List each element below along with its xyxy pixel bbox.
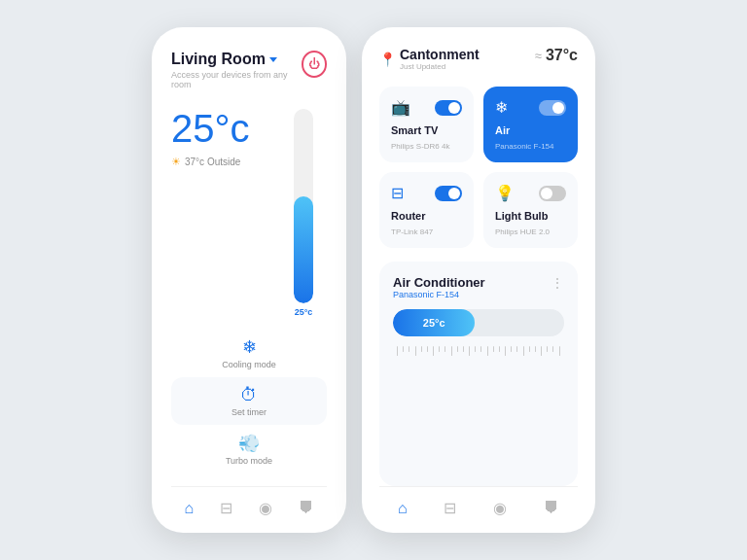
location-subtitle: Just Updated — [400, 62, 480, 71]
left-header: Living Room Access your devices from any… — [171, 51, 327, 89]
device-card-bulb[interactable]: 💡 Light Bulb Philips HUE 2.0 — [483, 172, 578, 248]
ac-slider-label: 25°c — [423, 317, 445, 329]
room-info: Living Room Access your devices from any… — [171, 51, 302, 89]
bulb-model: Philips HUE 2.0 — [495, 228, 566, 236]
nav-home-right[interactable]: ⌂ — [398, 500, 408, 517]
router-icon: ⊟ — [391, 184, 404, 202]
location-pin-icon: 📍 — [379, 52, 396, 67]
scale-marks — [393, 346, 564, 356]
bulb-toggle-knob — [541, 188, 552, 199]
right-bottom-nav: ⌂ ⊟ ◉ ⛊ — [379, 486, 578, 517]
nav-home-left[interactable]: ⌂ — [184, 500, 194, 517]
ac-slider-fill: 25°c — [393, 309, 475, 336]
ac-model: Panasonic F-154 — [393, 290, 485, 299]
tv-icon: 📺 — [391, 98, 410, 117]
turbo-icon: 💨 — [238, 433, 260, 454]
turbo-label: Turbo mode — [226, 456, 272, 466]
device-card-air[interactable]: ❄ Air Panasonic F-154 — [483, 87, 578, 162]
tv-name: Smart TV — [391, 124, 462, 136]
ac-section: Air Conditioner Panasonic F-154 ⋮ 25°c — [379, 262, 578, 486]
room-title[interactable]: Living Room — [171, 51, 302, 68]
location-text: Cantonment Just Updated — [400, 47, 480, 71]
cooling-mode[interactable]: ❄ Cooling mode — [171, 336, 327, 369]
modes-section: ❄ Cooling mode ⏱ Set timer 💨 Turbo mode — [171, 336, 327, 486]
device-card-top-bulb: 💡 — [495, 184, 566, 202]
router-model: TP-Link 847 — [391, 228, 462, 236]
ac-slider[interactable]: 25°c — [393, 309, 564, 336]
air-model: Panasonic F-154 — [495, 142, 566, 151]
router-toggle[interactable] — [435, 186, 462, 201]
thermo-fill — [294, 196, 313, 303]
device-grid: 📺 Smart TV Philips S-DR6 4k ❄ Air Panas — [379, 87, 578, 248]
tv-toggle[interactable] — [435, 100, 462, 116]
thermometer: 25°c — [280, 109, 327, 317]
nav-shield-right[interactable]: ⛊ — [544, 500, 559, 517]
temp-info: 25°c ☀ 37°c Outside — [171, 109, 268, 168]
chevron-down-icon — [269, 57, 277, 62]
router-name: Router — [391, 210, 462, 222]
air-name: Air — [495, 124, 566, 136]
room-subtitle: Access your devices from any room — [171, 70, 302, 89]
outside-temp: ☀ 37°c Outside — [171, 156, 268, 168]
device-card-router[interactable]: ⊟ Router TP-Link 847 — [379, 172, 474, 248]
device-card-top-tv: 📺 — [391, 98, 462, 117]
cooling-icon: ❄ — [242, 336, 257, 358]
power-button[interactable]: ⏻ — [302, 51, 327, 78]
nav-wifi-left[interactable]: ⊟ — [220, 499, 232, 517]
left-bottom-nav: ⌂ ⊟ ◉ ⛊ — [171, 486, 327, 517]
bulb-toggle[interactable] — [539, 186, 566, 201]
ac-dots-menu[interactable]: ⋮ — [551, 275, 564, 291]
tv-toggle-knob — [448, 102, 460, 114]
location-info: 📍 Cantonment Just Updated — [379, 47, 480, 71]
room-name-label: Living Room — [171, 51, 266, 68]
router-toggle-knob — [448, 188, 460, 199]
ac-title: Air Conditioner — [393, 275, 485, 290]
air-toggle[interactable] — [539, 100, 566, 116]
nav-camera-right[interactable]: ◉ — [493, 499, 507, 517]
air-icon: ❄ — [495, 98, 508, 117]
ac-header: Air Conditioner Panasonic F-154 ⋮ — [393, 275, 564, 299]
left-phone: Living Room Access your devices from any… — [152, 27, 346, 533]
cooling-label: Cooling mode — [222, 360, 276, 369]
tv-model: Philips S-DR6 4k — [391, 142, 462, 151]
outside-temp-label: 37°c Outside — [185, 157, 240, 167]
weather-waves-icon: ≈ — [535, 49, 542, 63]
device-card-top-air: ❄ — [495, 98, 566, 117]
device-card-top-router: ⊟ — [391, 184, 462, 202]
weather-info: ≈ 37°c — [535, 47, 578, 64]
bulb-name: Light Bulb — [495, 210, 566, 222]
current-temp: 25°c — [171, 109, 268, 148]
ac-info: Air Conditioner Panasonic F-154 — [393, 275, 485, 299]
app-container: Living Room Access your devices from any… — [152, 27, 595, 533]
location-name: Cantonment — [400, 47, 480, 62]
sun-icon: ☀ — [171, 156, 181, 168]
turbo-mode[interactable]: 💨 Turbo mode — [171, 433, 327, 466]
thermo-label: 25°c — [295, 307, 313, 317]
timer-box[interactable]: ⏱ Set timer — [171, 377, 327, 425]
nav-wifi-right[interactable]: ⊟ — [444, 499, 456, 517]
right-phone: 📍 Cantonment Just Updated ≈ 37°c 📺 — [362, 27, 595, 533]
thermo-scale — [294, 109, 313, 303]
temp-section: 25°c ☀ 37°c Outside 25°c — [171, 109, 327, 317]
bulb-icon: 💡 — [495, 184, 515, 202]
nav-shield-left[interactable]: ⛊ — [299, 500, 314, 517]
air-toggle-knob — [552, 102, 564, 114]
device-card-tv[interactable]: 📺 Smart TV Philips S-DR6 4k — [379, 87, 474, 162]
nav-camera-left[interactable]: ◉ — [259, 499, 272, 517]
weather-temp: 37°c — [546, 47, 578, 64]
timer-label: Set timer — [231, 407, 267, 417]
right-header: 📍 Cantonment Just Updated ≈ 37°c — [379, 47, 578, 71]
timer-icon: ⏱ — [240, 385, 258, 405]
